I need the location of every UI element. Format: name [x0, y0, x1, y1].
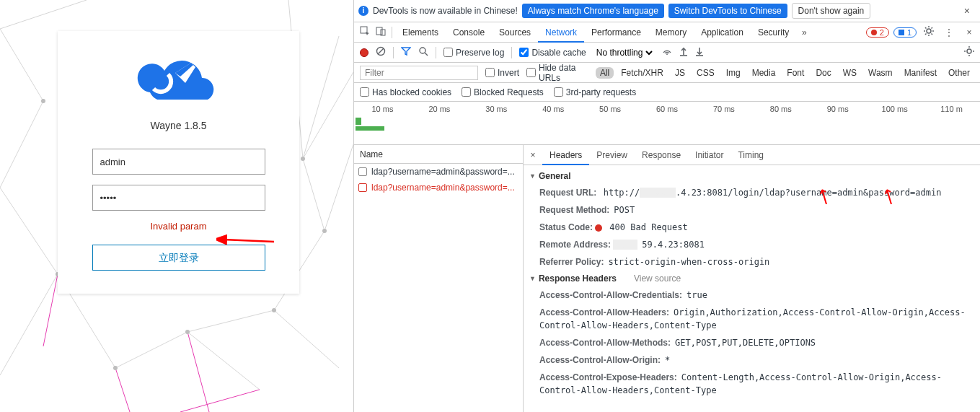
login-error-message: Invalid param [58, 221, 299, 232]
more-tabs-icon[interactable]: » [796, 27, 812, 38]
more-options-icon[interactable]: ⋮ [941, 27, 957, 38]
network-settings-gear-icon[interactable] [964, 46, 974, 58]
issues-badge[interactable]: 1 [893, 27, 917, 38]
errors-badge[interactable]: 2 [866, 27, 889, 38]
detail-body: ▼General Request URL: http://xxx.4.23:80… [524, 165, 980, 412]
info-bar-close-button[interactable]: × [958, 5, 976, 17]
svg-line-11 [325, 144, 353, 231]
search-icon[interactable] [418, 46, 428, 58]
tab-console[interactable]: Console [446, 22, 492, 43]
svg-point-31 [927, 29, 931, 33]
tab-memory[interactable]: Memory [648, 22, 694, 43]
svg-line-18 [43, 274, 58, 346]
username-input[interactable] [92, 149, 265, 175]
tab-network[interactable]: Network [538, 22, 584, 43]
detail-tab-headers[interactable]: Headers [542, 145, 589, 165]
devtools-tabs: Elements Console Sources Network Perform… [354, 22, 980, 43]
invert-checkbox[interactable]: Invert [485, 68, 519, 78]
filter-type-xhr[interactable]: Fetch/XHR [617, 67, 668, 79]
filter-type-font[interactable]: Font [782, 67, 808, 79]
filter-type-doc[interactable]: Doc [811, 67, 835, 79]
tab-security[interactable]: Security [751, 22, 796, 43]
request-list-header[interactable]: Name [354, 145, 523, 164]
preserve-log-checkbox[interactable]: Preserve log [443, 48, 504, 58]
view-source-link[interactable]: View source [634, 273, 681, 284]
inspect-element-icon[interactable] [357, 26, 373, 38]
device-toolbar-icon[interactable] [373, 26, 389, 38]
detail-tab-timing[interactable]: Timing [730, 145, 771, 165]
filter-input[interactable] [360, 66, 478, 80]
filter-type-img[interactable]: Img [722, 67, 745, 79]
response-header-row: Access-Control-Allow-Origin:* [524, 351, 980, 369]
blocked-requests-checkbox[interactable]: Blocked Requests [462, 87, 544, 97]
tab-performance[interactable]: Performance [584, 22, 648, 43]
info-icon: i [358, 6, 368, 16]
svg-line-2 [0, 101, 43, 188]
request-list: Name ldap?username=admin&password=... ld… [354, 145, 524, 412]
request-row[interactable]: ldap?username=admin&password=... [354, 164, 523, 180]
disable-cache-checkbox[interactable]: Disable cache [519, 48, 586, 58]
general-section-toggle[interactable]: ▼General [524, 168, 980, 184]
svg-point-24 [272, 308, 276, 312]
network-timeline[interactable]: 10 ms20 ms 30 ms40 ms 50 ms60 ms 70 ms80… [354, 102, 980, 145]
detail-tab-response[interactable]: Response [635, 145, 688, 165]
has-blocked-cookies-checkbox[interactable]: Has blocked cookies [360, 87, 451, 97]
clear-log-icon[interactable] [376, 46, 386, 58]
annotation-arrow-url-2 [884, 187, 899, 204]
response-headers-section-toggle[interactable]: ▼Response Headers View source [524, 271, 980, 286]
filter-type-js[interactable]: JS [671, 67, 689, 79]
resource-type-filters: All Fetch/XHR JS CSS Img Media Font Doc … [596, 67, 974, 79]
settings-gear-icon[interactable] [921, 26, 937, 38]
detail-tab-preview[interactable]: Preview [589, 145, 635, 165]
svg-line-6 [115, 332, 187, 368]
request-row[interactable]: ldap?username=admin&password=... [354, 180, 523, 196]
svg-line-19 [187, 332, 209, 412]
always-match-language-button[interactable]: Always match Chrome's language [522, 4, 664, 18]
detail-tab-initiator[interactable]: Initiator [688, 145, 730, 165]
record-button[interactable] [360, 48, 368, 57]
login-page: Wayne 1.8.5 Invalid param 立即登录 [0, 0, 353, 412]
svg-line-8 [187, 310, 274, 332]
svg-line-36 [925, 27, 927, 29]
svg-line-3 [0, 188, 58, 274]
svg-line-39 [932, 27, 933, 29]
devtools-close-icon[interactable]: × [961, 27, 977, 38]
detail-close-icon[interactable]: × [524, 150, 542, 160]
annotation-arrow-url-1 [819, 187, 834, 204]
filter-type-ws[interactable]: WS [839, 67, 861, 79]
hide-data-urls-checkbox[interactable]: Hide data URLs [526, 63, 588, 83]
response-header-row: Access-Control-Allow-Credentials:true [524, 286, 980, 304]
filter-type-other[interactable]: Other [944, 67, 974, 79]
svg-line-12 [303, 159, 325, 231]
response-header-row: Access-Control-Allow-Headers:Origin,Auth… [524, 304, 980, 334]
switch-devtools-language-button[interactable]: Switch DevTools to Chinese [668, 4, 787, 18]
import-har-icon[interactable] [679, 46, 688, 58]
filter-type-all[interactable]: All [596, 67, 614, 79]
svg-line-7 [187, 332, 260, 390]
svg-line-37 [932, 34, 933, 35]
network-conditions-icon[interactable] [662, 46, 672, 58]
export-har-icon[interactable] [695, 46, 704, 58]
tab-application[interactable]: Application [694, 22, 751, 43]
response-header-row: Access-Control-Expose-Headers:Content-Le… [524, 369, 980, 399]
dont-show-again-button[interactable]: Don't show again [792, 3, 871, 19]
third-party-checkbox[interactable]: 3rd-party requests [554, 87, 636, 97]
filter-type-manifest[interactable]: Manifest [900, 67, 941, 79]
svg-line-43 [425, 53, 428, 56]
password-input[interactable] [92, 185, 265, 211]
tab-elements[interactable]: Elements [395, 22, 446, 43]
throttling-select[interactable]: No throttling [593, 47, 655, 58]
app-logo [58, 53, 299, 113]
filter-type-wasm[interactable]: Wasm [864, 67, 897, 79]
info-bar-message: DevTools is now available in Chinese! [373, 6, 518, 16]
filter-toggle-icon[interactable] [401, 46, 411, 58]
filter-type-css[interactable]: CSS [692, 67, 719, 79]
request-detail: × Headers Preview Response Initiator Tim… [524, 145, 980, 412]
request-url: Request URL: http://xxx.4.23:8081/login/… [524, 184, 980, 201]
network-filter-row: Invert Hide data URLs All Fetch/XHR JS C… [354, 63, 980, 83]
svg-point-22 [113, 366, 118, 370]
filter-type-media[interactable]: Media [748, 67, 780, 79]
tab-sources[interactable]: Sources [492, 22, 538, 43]
annotation-arrow-left [216, 231, 281, 253]
referrer-policy: Referrer Policy:strict-origin-when-cross… [524, 253, 980, 271]
